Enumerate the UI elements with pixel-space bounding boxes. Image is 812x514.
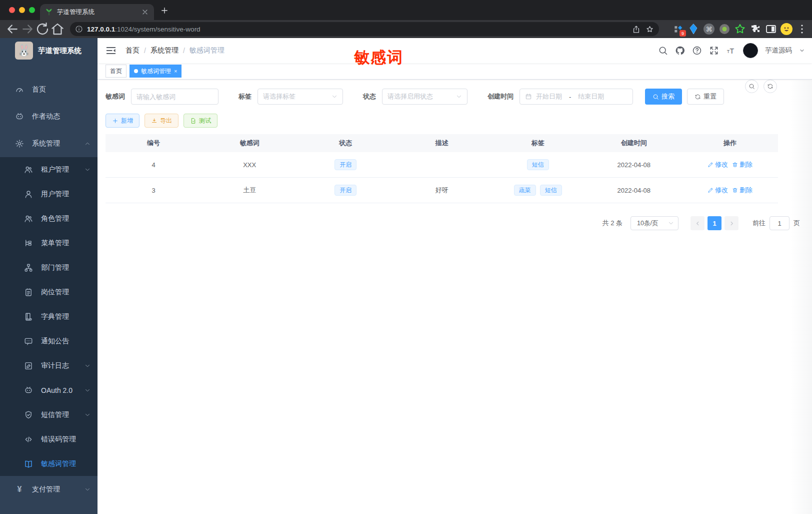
sidebar-item-4[interactable]: 用户管理 (0, 182, 98, 206)
font-size-icon[interactable]: TT (726, 46, 736, 56)
date-range-picker[interactable]: 开始日期 - 结束日期 (520, 89, 633, 105)
address-bar[interactable]: 127.0.0.1:1024/system/sensitive-word (70, 22, 659, 36)
extension-recorder-icon[interactable] (718, 23, 730, 35)
extensions-puzzle-icon[interactable] (750, 23, 762, 35)
refresh-table-button[interactable] (764, 80, 777, 93)
yen-icon: ¥ (15, 485, 24, 494)
sidebar-item-14[interactable]: 错误码管理 (0, 427, 98, 451)
cell-id: 3 (106, 178, 202, 203)
new-tab-button[interactable] (160, 6, 169, 15)
side-panel-icon[interactable] (765, 23, 777, 35)
back-button[interactable] (5, 22, 20, 37)
sidebar-item-6[interactable]: 菜单管理 (0, 231, 98, 255)
search-icon (652, 94, 659, 100)
chevron-up-icon (84, 141, 90, 147)
sidebar-item-9[interactable]: 字典管理 (0, 304, 98, 329)
tag-close-icon[interactable]: × (174, 68, 177, 74)
status-select[interactable]: 请选择启用状态 (382, 89, 468, 105)
view-tag-0[interactable]: 首页 (106, 65, 126, 78)
sidebar-item-7[interactable]: 部门管理 (0, 255, 98, 280)
sidebar-toggle-icon[interactable] (106, 45, 116, 56)
delete-link[interactable]: 删除 (732, 160, 752, 169)
browser-menu-icon[interactable] (796, 23, 808, 35)
sidebar-item-0[interactable]: 首页 (0, 76, 98, 103)
edit-link[interactable]: 修改 (708, 186, 728, 195)
sidebar-item-3[interactable]: 租户管理 (0, 157, 98, 182)
github-icon[interactable] (675, 46, 685, 56)
prev-page-button[interactable] (690, 216, 704, 230)
sidebar-item-16[interactable]: ¥支付管理 (0, 476, 98, 503)
sidebar-item-15[interactable]: 敏感词管理 (0, 451, 98, 476)
sidebar-item-label: 敏感词管理 (41, 459, 90, 468)
extension-star-icon[interactable] (734, 23, 746, 35)
reset-button[interactable]: 重置 (687, 89, 724, 105)
zoom-window-button[interactable] (29, 7, 35, 13)
sidebar-item-10[interactable]: 通知公告 (0, 329, 98, 353)
sidebar-item-8[interactable]: 岗位管理 (0, 280, 98, 304)
sidebar-item-1[interactable]: 作者动态 (0, 103, 98, 130)
sidebar-item-5[interactable]: 角色管理 (0, 206, 98, 231)
user-name[interactable]: 芋道源码 (765, 46, 792, 55)
sidebar-item-13[interactable]: 短信管理 (0, 402, 98, 427)
search-button[interactable]: 搜索 (645, 89, 682, 105)
sidebar-item-12[interactable]: OAuth 2.0 (0, 378, 98, 402)
delete-link[interactable]: 删除 (732, 186, 752, 195)
cell-status: 开启 (298, 152, 394, 177)
add-button[interactable]: 新增 (106, 114, 140, 128)
site-info-icon[interactable] (75, 25, 83, 33)
sidebar-item-label: 系统管理 (32, 139, 84, 148)
fullscreen-icon[interactable] (709, 46, 719, 56)
close-window-button[interactable] (9, 7, 15, 13)
sidebar-logo[interactable]: 🐰 芋道管理系统 (0, 38, 98, 63)
forward-button[interactable] (20, 22, 35, 37)
browser-tab[interactable]: 芋道管理系统 (40, 4, 154, 20)
user-avatar[interactable] (743, 43, 758, 58)
comment-icon (24, 337, 33, 346)
column-header: 描述 (394, 134, 490, 152)
window-controls[interactable] (9, 7, 35, 13)
page-number-button[interactable]: 1 (708, 216, 722, 230)
tag-badge: 短信 (527, 159, 549, 170)
page-size-select[interactable]: 10条/页 (630, 216, 678, 230)
sidebar-item-label: 审计日志 (41, 361, 84, 370)
minimize-window-button[interactable] (19, 7, 25, 13)
sidebar-item-2[interactable]: 系统管理 (0, 130, 98, 157)
goto-page-input[interactable] (770, 216, 790, 230)
header-search-icon[interactable] (658, 46, 668, 56)
tag-select[interactable]: 请选择标签 (258, 89, 343, 105)
view-tag-1[interactable]: 敏感词管理× (130, 65, 182, 78)
sidebar-item-11[interactable]: 审计日志 (0, 353, 98, 378)
profile-avatar[interactable] (780, 23, 792, 35)
sidebar-item-label: 作者动态 (32, 112, 90, 121)
share-icon[interactable] (632, 25, 640, 34)
reload-button[interactable] (35, 22, 50, 37)
user-caret-icon[interactable] (799, 48, 805, 54)
url-text: 127.0.0.1:1024/system/sensitive-word (87, 26, 627, 33)
bookmark-star-icon[interactable] (646, 25, 654, 34)
edit-icon (708, 187, 714, 193)
test-button[interactable]: 测试 (184, 114, 218, 128)
breadcrumb-item[interactable]: 首页 (126, 46, 140, 55)
bookopen-icon (24, 459, 33, 468)
toggle-search-button[interactable] (745, 80, 758, 93)
sidebar-menu: 首页作者动态系统管理租户管理用户管理角色管理菜单管理部门管理岗位管理字典管理通知… (0, 76, 98, 503)
tab-close-icon[interactable] (141, 8, 149, 16)
breadcrumb-item[interactable]: 系统管理 (150, 46, 178, 55)
next-page-button[interactable] (724, 216, 738, 230)
chevron-down-icon (84, 486, 90, 492)
sidebar-item-label: 菜单管理 (41, 239, 90, 248)
keyword-input-field[interactable] (136, 93, 213, 101)
sidebar-item-label: 错误码管理 (41, 435, 90, 444)
extension-kite-icon[interactable] (688, 23, 700, 35)
edit-link[interactable]: 修改 (708, 160, 728, 169)
export-button[interactable]: 导出 (144, 114, 178, 128)
help-icon[interactable] (692, 46, 702, 56)
chevron-down-icon (456, 94, 462, 100)
code-icon (24, 435, 33, 444)
extension-grid-icon[interactable]: 9 (672, 23, 684, 35)
home-button[interactable] (50, 22, 65, 37)
table-tools (745, 80, 777, 93)
chevron-down-icon (84, 387, 90, 393)
keyword-input[interactable] (131, 89, 218, 105)
extension-command-icon[interactable]: ⌘ (703, 23, 715, 35)
